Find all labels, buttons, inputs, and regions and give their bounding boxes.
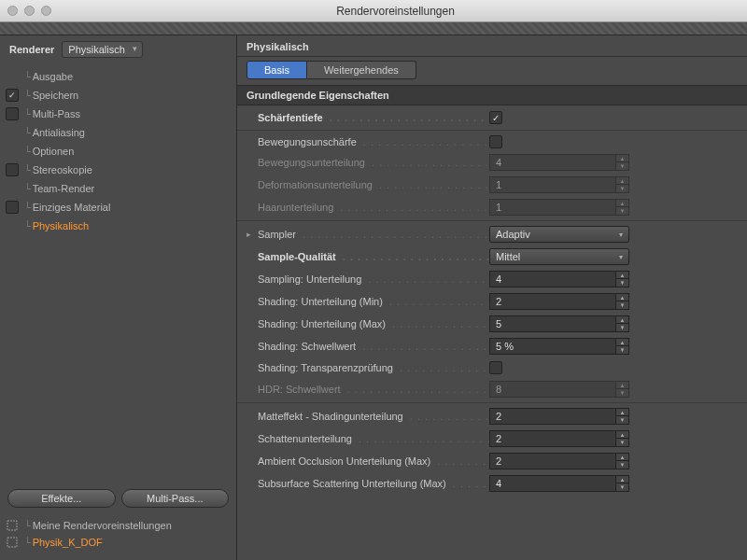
section-title: Grundlegende Eigenschaften xyxy=(237,85,747,105)
stepper-icon[interactable]: ▲▼ xyxy=(615,431,628,446)
tab-basis[interactable]: Basis xyxy=(247,61,307,79)
tree-item-antialiasing[interactable]: └Antialiasing xyxy=(0,123,236,142)
label-bewegungsunschaerfe: Bewegungsunschärfe xyxy=(258,136,359,147)
effects-button[interactable]: Effekte... xyxy=(7,489,116,508)
window-controls xyxy=(7,6,51,16)
toolbar-strip xyxy=(0,22,747,35)
expand-arrow-icon[interactable]: ▸ xyxy=(247,230,258,239)
content-header: Physikalisch xyxy=(237,35,747,57)
preset-crosshair-icon xyxy=(6,519,19,532)
tree-item-stereoskopie[interactable]: └Stereoskopie xyxy=(0,161,236,179)
dropdown-sampler[interactable]: Adaptiv xyxy=(489,226,629,243)
dropdown-sample-qualitaet[interactable]: Mittel xyxy=(489,248,629,265)
field-shading-schwellwert[interactable]: 5 %▲▼ xyxy=(489,338,629,355)
minimize-icon[interactable] xyxy=(24,6,35,16)
sidebar: Renderer Physikalisch └Ausgabe ✓└Speiche… xyxy=(0,35,237,560)
svg-rect-1 xyxy=(7,538,17,547)
stepper-icon[interactable]: ▲▼ xyxy=(615,316,628,331)
label-sampling-unterteilung: Sampling: Unterteilung xyxy=(258,273,364,285)
stepper-icon[interactable]: ▲▼ xyxy=(615,155,628,170)
stepper-icon[interactable]: ▲▼ xyxy=(615,272,628,287)
field-ao[interactable]: 2▲▼ xyxy=(489,453,629,469)
stepper-icon[interactable]: ▲▼ xyxy=(615,476,628,491)
stepper-icon[interactable]: ▲▼ xyxy=(615,382,628,397)
preset-item[interactable]: └ Meine Rendervoreinstellungen xyxy=(6,517,231,534)
tab-bar: Basis Weitergehendes xyxy=(237,57,747,85)
checkbox-speichern[interactable]: ✓ xyxy=(6,89,19,102)
tree-item-teamrender[interactable]: └Team-Render xyxy=(0,179,236,198)
label-deformationsunterteilung: Deformationsunterteilung xyxy=(258,179,375,190)
preset-item[interactable]: └ Physik_K_DOF xyxy=(6,534,231,551)
label-sample-qualitaet: Sample-Qualität xyxy=(258,251,339,262)
checkbox-multipass[interactable] xyxy=(6,107,19,120)
field-bewegungsunterteilung[interactable]: 4▲▼ xyxy=(489,154,629,171)
checkbox-bewegungsunschaerfe[interactable] xyxy=(489,135,502,148)
label-bewegungsunterteilung: Bewegungsunterteilung xyxy=(258,157,368,168)
titlebar: Rendervoreinstellungen xyxy=(0,0,747,22)
zoom-icon[interactable] xyxy=(41,6,51,16)
tree-item-speichern[interactable]: ✓└Speichern xyxy=(0,86,236,105)
multipass-button[interactable]: Multi-Pass... xyxy=(121,489,230,508)
field-schatten[interactable]: 2▲▼ xyxy=(489,430,629,447)
field-shading-min[interactable]: 2▲▼ xyxy=(489,293,629,310)
stepper-icon[interactable]: ▲▼ xyxy=(615,409,628,424)
stepper-icon[interactable]: ▲▼ xyxy=(615,200,628,215)
label-sss: Subsurface Scattering Unterteilung (Max) xyxy=(258,478,449,489)
field-haarunterteilung[interactable]: 1▲▼ xyxy=(489,199,629,216)
label-hdr-schwellwert: HDR: Schwellwert xyxy=(258,384,344,395)
label-matteffekt: Matteffekt - Shadingunterteilung xyxy=(258,411,406,422)
tree-item-optionen[interactable]: └Optionen xyxy=(0,142,236,161)
label-schatten: Schattenunterteilung xyxy=(258,433,355,444)
field-sss[interactable]: 4▲▼ xyxy=(489,475,629,492)
label-ao: Ambient Occlusion Unterteilung (Max) xyxy=(258,455,433,467)
tree-item-multipass[interactable]: └Multi-Pass xyxy=(0,105,236,123)
checkbox-stereoskopie[interactable] xyxy=(6,163,19,176)
tree-item-ausgabe[interactable]: └Ausgabe xyxy=(0,67,236,86)
label-shading-max: Shading: Unterteilung (Max) xyxy=(258,318,388,329)
field-sampling-unterteilung[interactable]: 4▲▼ xyxy=(489,271,629,287)
label-shading-transparenz: Shading: Transparenzprüfung xyxy=(258,362,396,373)
label-shading-min: Shading: Unterteilung (Min) xyxy=(258,296,386,307)
content-panel: Physikalisch Basis Weitergehendes Grundl… xyxy=(237,35,747,560)
label-schaerfentiefe: Schärfentiefe xyxy=(258,112,326,123)
label-haarunterteilung: Haarunterteilung xyxy=(258,202,336,213)
label-shading-schwellwert: Shading: Schwellwert xyxy=(258,341,359,352)
stepper-icon[interactable]: ▲▼ xyxy=(615,339,628,354)
render-settings-tree: └Ausgabe ✓└Speichern └Multi-Pass └Antial… xyxy=(0,63,236,239)
field-hdr-schwellwert[interactable]: 8▲▼ xyxy=(489,381,629,398)
tab-weitergehendes[interactable]: Weitergehendes xyxy=(307,61,416,79)
field-shading-max[interactable]: 5▲▼ xyxy=(489,315,629,332)
window-title: Rendervoreinstellungen xyxy=(51,5,740,18)
field-deformationsunterteilung[interactable]: 1▲▼ xyxy=(489,176,629,193)
tree-item-physikalisch[interactable]: └Physikalisch xyxy=(0,217,236,235)
stepper-icon[interactable]: ▲▼ xyxy=(615,177,628,192)
renderer-select[interactable]: Physikalisch xyxy=(62,41,143,58)
preset-crosshair-icon xyxy=(6,536,19,549)
checkbox-shading-transparenz[interactable] xyxy=(489,361,502,374)
checkbox-einziges-material[interactable] xyxy=(6,201,19,214)
renderer-label: Renderer xyxy=(9,44,54,55)
preset-list: └ Meine Rendervoreinstellungen └ Physik_… xyxy=(0,513,236,560)
stepper-icon[interactable]: ▲▼ xyxy=(615,294,628,309)
tree-item-einziges-material[interactable]: └Einziges Material xyxy=(0,198,236,217)
field-matteffekt[interactable]: 2▲▼ xyxy=(489,408,629,425)
close-icon[interactable] xyxy=(7,6,18,16)
checkbox-schaerfentiefe[interactable]: ✓ xyxy=(489,111,502,124)
stepper-icon[interactable]: ▲▼ xyxy=(615,454,628,469)
svg-rect-0 xyxy=(7,521,17,530)
label-sampler: Sampler xyxy=(258,229,299,240)
